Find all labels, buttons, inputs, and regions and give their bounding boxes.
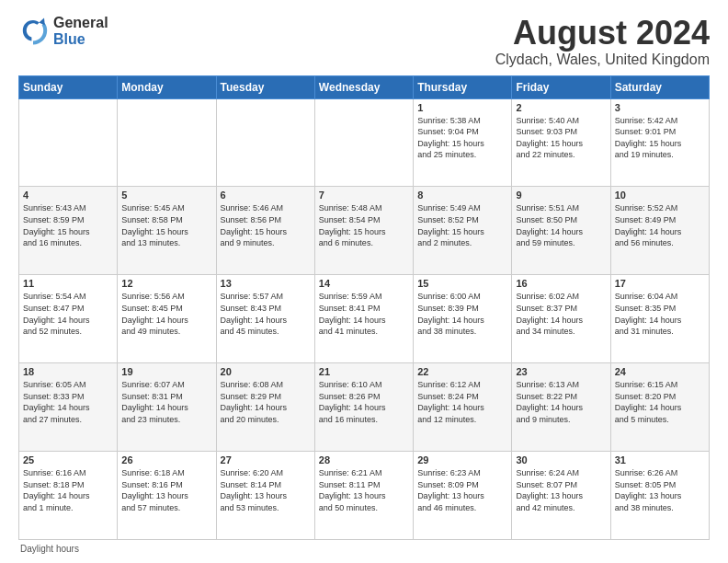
cell-3-0: 18Sunrise: 6:05 AM Sunset: 8:33 PM Dayli… xyxy=(19,363,118,452)
week-row-2: 4Sunrise: 5:43 AM Sunset: 8:59 PM Daylig… xyxy=(19,187,710,275)
cell-content: Sunrise: 6:10 AM Sunset: 8:26 PM Dayligh… xyxy=(319,379,409,425)
day-number: 28 xyxy=(319,454,409,465)
cell-0-1 xyxy=(118,98,216,187)
day-number: 9 xyxy=(516,190,606,201)
cell-1-1: 5Sunrise: 5:45 AM Sunset: 8:58 PM Daylig… xyxy=(118,187,216,275)
header-row: Sunday Monday Tuesday Wednesday Thursday… xyxy=(19,75,710,98)
cell-content: Sunrise: 5:51 AM Sunset: 8:50 PM Dayligh… xyxy=(516,202,606,248)
cell-content: Sunrise: 6:04 AM Sunset: 8:35 PM Dayligh… xyxy=(615,291,705,337)
cell-1-0: 4Sunrise: 5:43 AM Sunset: 8:59 PM Daylig… xyxy=(19,187,118,275)
cell-content: Sunrise: 6:18 AM Sunset: 8:16 PM Dayligh… xyxy=(121,467,211,513)
day-number: 26 xyxy=(121,454,211,465)
logo-text: General Blue xyxy=(53,15,108,47)
week-row-4: 18Sunrise: 6:05 AM Sunset: 8:33 PM Dayli… xyxy=(19,363,710,452)
cell-content: Sunrise: 5:49 AM Sunset: 8:52 PM Dayligh… xyxy=(417,202,507,248)
cell-1-2: 6Sunrise: 5:46 AM Sunset: 8:56 PM Daylig… xyxy=(216,187,314,275)
cell-content: Sunrise: 5:59 AM Sunset: 8:41 PM Dayligh… xyxy=(319,291,409,337)
day-number: 8 xyxy=(417,190,507,201)
day-number: 19 xyxy=(121,366,211,377)
cell-content: Sunrise: 5:45 AM Sunset: 8:58 PM Dayligh… xyxy=(121,202,211,248)
day-number: 25 xyxy=(23,454,113,465)
page: General Blue August 2024 Clydach, Wales,… xyxy=(0,0,728,563)
day-number: 31 xyxy=(615,454,705,465)
header: General Blue August 2024 Clydach, Wales,… xyxy=(18,15,710,68)
cell-3-2: 20Sunrise: 6:08 AM Sunset: 8:29 PM Dayli… xyxy=(216,363,314,452)
cell-1-6: 10Sunrise: 5:52 AM Sunset: 8:49 PM Dayli… xyxy=(610,187,709,275)
cell-2-5: 16Sunrise: 6:02 AM Sunset: 8:37 PM Dayli… xyxy=(512,275,610,363)
day-number: 22 xyxy=(417,366,507,377)
cell-0-5: 2Sunrise: 5:40 AM Sunset: 9:03 PM Daylig… xyxy=(512,98,610,187)
day-number: 23 xyxy=(516,366,606,377)
cell-0-4: 1Sunrise: 5:38 AM Sunset: 9:04 PM Daylig… xyxy=(414,98,512,187)
day-number: 13 xyxy=(221,278,311,289)
col-tuesday: Tuesday xyxy=(216,75,314,98)
day-number: 30 xyxy=(516,454,606,465)
logo-blue: Blue xyxy=(53,31,108,48)
cell-content: Sunrise: 6:20 AM Sunset: 8:14 PM Dayligh… xyxy=(221,467,311,513)
cell-content: Sunrise: 5:56 AM Sunset: 8:45 PM Dayligh… xyxy=(121,291,211,337)
cell-2-2: 13Sunrise: 5:57 AM Sunset: 8:43 PM Dayli… xyxy=(216,275,314,363)
cell-0-0 xyxy=(19,98,118,187)
cell-content: Sunrise: 5:52 AM Sunset: 8:49 PM Dayligh… xyxy=(615,202,705,248)
footer-note: Daylight hours xyxy=(18,544,710,554)
cell-3-5: 23Sunrise: 6:13 AM Sunset: 8:22 PM Dayli… xyxy=(512,363,610,452)
cell-3-4: 22Sunrise: 6:12 AM Sunset: 8:24 PM Dayli… xyxy=(414,363,512,452)
day-number: 17 xyxy=(615,278,705,289)
day-number: 24 xyxy=(615,366,705,377)
cell-content: Sunrise: 5:54 AM Sunset: 8:47 PM Dayligh… xyxy=(23,291,113,337)
day-number: 3 xyxy=(615,102,705,113)
cell-content: Sunrise: 5:42 AM Sunset: 9:01 PM Dayligh… xyxy=(615,115,705,161)
cell-1-5: 9Sunrise: 5:51 AM Sunset: 8:50 PM Daylig… xyxy=(512,187,610,275)
cell-3-1: 19Sunrise: 6:07 AM Sunset: 8:31 PM Dayli… xyxy=(118,363,216,452)
day-number: 15 xyxy=(417,278,507,289)
day-number: 21 xyxy=(319,366,409,377)
day-number: 10 xyxy=(615,190,705,201)
day-number: 4 xyxy=(23,190,113,201)
day-number: 29 xyxy=(417,454,507,465)
cell-2-4: 15Sunrise: 6:00 AM Sunset: 8:39 PM Dayli… xyxy=(414,275,512,363)
cell-content: Sunrise: 5:40 AM Sunset: 9:03 PM Dayligh… xyxy=(516,115,606,161)
cell-content: Sunrise: 6:13 AM Sunset: 8:22 PM Dayligh… xyxy=(516,379,606,425)
cell-content: Sunrise: 5:48 AM Sunset: 8:54 PM Dayligh… xyxy=(319,202,409,248)
day-number: 16 xyxy=(516,278,606,289)
cell-2-3: 14Sunrise: 5:59 AM Sunset: 8:41 PM Dayli… xyxy=(314,275,413,363)
cell-content: Sunrise: 5:38 AM Sunset: 9:04 PM Dayligh… xyxy=(417,115,507,161)
cell-2-6: 17Sunrise: 6:04 AM Sunset: 8:35 PM Dayli… xyxy=(610,275,709,363)
cell-0-2 xyxy=(216,98,314,187)
cell-content: Sunrise: 6:15 AM Sunset: 8:20 PM Dayligh… xyxy=(615,379,705,425)
day-number: 5 xyxy=(121,190,211,201)
cell-4-6: 31Sunrise: 6:26 AM Sunset: 8:05 PM Dayli… xyxy=(610,452,709,540)
day-number: 12 xyxy=(121,278,211,289)
calendar: Sunday Monday Tuesday Wednesday Thursday… xyxy=(18,75,710,540)
day-number: 11 xyxy=(23,278,113,289)
cell-3-6: 24Sunrise: 6:15 AM Sunset: 8:20 PM Dayli… xyxy=(610,363,709,452)
day-number: 2 xyxy=(516,102,606,113)
cell-content: Sunrise: 6:08 AM Sunset: 8:29 PM Dayligh… xyxy=(221,379,311,425)
col-saturday: Saturday xyxy=(610,75,709,98)
calendar-table: Sunday Monday Tuesday Wednesday Thursday… xyxy=(18,75,710,540)
cell-0-3 xyxy=(314,98,413,187)
cell-content: Sunrise: 6:12 AM Sunset: 8:24 PM Dayligh… xyxy=(417,379,507,425)
week-row-1: 1Sunrise: 5:38 AM Sunset: 9:04 PM Daylig… xyxy=(19,98,710,187)
col-thursday: Thursday xyxy=(414,75,512,98)
day-number: 18 xyxy=(23,366,113,377)
cell-1-3: 7Sunrise: 5:48 AM Sunset: 8:54 PM Daylig… xyxy=(314,187,413,275)
main-title: August 2024 xyxy=(495,15,710,52)
week-row-3: 11Sunrise: 5:54 AM Sunset: 8:47 PM Dayli… xyxy=(19,275,710,363)
cell-4-3: 28Sunrise: 6:21 AM Sunset: 8:11 PM Dayli… xyxy=(314,452,413,540)
col-monday: Monday xyxy=(118,75,216,98)
day-number: 20 xyxy=(221,366,311,377)
cell-content: Sunrise: 5:43 AM Sunset: 8:59 PM Dayligh… xyxy=(23,202,113,248)
title-block: August 2024 Clydach, Wales, United Kingd… xyxy=(495,15,710,68)
svg-marker-0 xyxy=(39,17,44,25)
col-sunday: Sunday xyxy=(19,75,118,98)
cell-content: Sunrise: 5:46 AM Sunset: 8:56 PM Dayligh… xyxy=(221,202,311,248)
subtitle: Clydach, Wales, United Kingdom xyxy=(495,52,710,68)
cell-content: Sunrise: 6:00 AM Sunset: 8:39 PM Dayligh… xyxy=(417,291,507,337)
cell-0-6: 3Sunrise: 5:42 AM Sunset: 9:01 PM Daylig… xyxy=(610,98,709,187)
cell-content: Sunrise: 6:23 AM Sunset: 8:09 PM Dayligh… xyxy=(417,467,507,513)
cell-3-3: 21Sunrise: 6:10 AM Sunset: 8:26 PM Dayli… xyxy=(314,363,413,452)
cell-4-4: 29Sunrise: 6:23 AM Sunset: 8:09 PM Dayli… xyxy=(414,452,512,540)
col-friday: Friday xyxy=(512,75,610,98)
cell-content: Sunrise: 6:21 AM Sunset: 8:11 PM Dayligh… xyxy=(319,467,409,513)
